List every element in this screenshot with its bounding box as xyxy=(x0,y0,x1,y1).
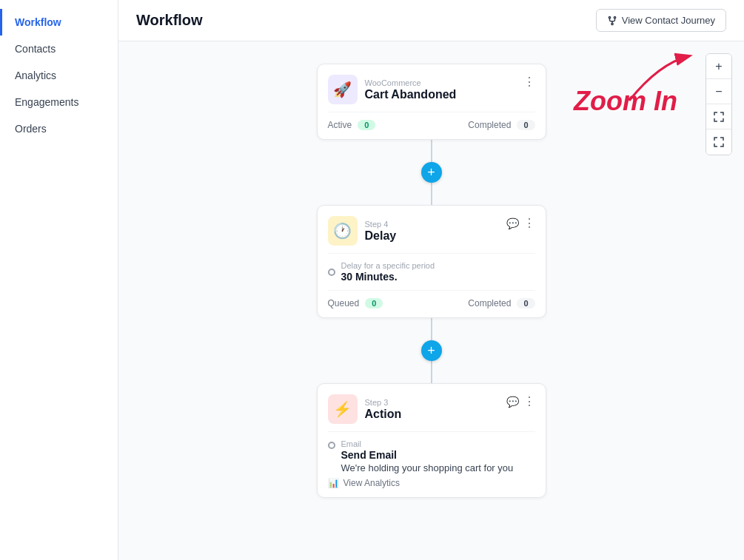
trigger-active-badge: 0 xyxy=(358,120,375,130)
delay-queued-label: Queued xyxy=(328,298,360,308)
zoom-annotation: Zoom In xyxy=(574,86,677,117)
action-step: Step 3 xyxy=(365,398,402,407)
sidebar-item-orders[interactable]: Orders xyxy=(0,115,118,142)
main-content: Workflow View Contact Journey Zoom In xyxy=(118,0,744,560)
delay-menu[interactable]: 💬 ⋮ xyxy=(506,216,535,230)
trigger-subtitle: WooCommerce xyxy=(365,78,457,87)
delay-title: Delay xyxy=(365,229,397,243)
delay-body: Delay for a specific period 30 Minutes. xyxy=(328,253,535,283)
more-icon[interactable]: ⋮ xyxy=(523,75,535,89)
page-title: Workflow xyxy=(136,12,203,29)
analytics-icon: 📊 xyxy=(328,478,339,488)
trigger-completed-badge: 0 xyxy=(517,120,534,130)
trigger-menu[interactable]: ⋮ xyxy=(523,75,535,89)
action-icon-area: ⚡ Step 3 Action xyxy=(328,394,402,424)
sidebar-item-workflow[interactable]: Workflow xyxy=(0,9,118,36)
connector-4 xyxy=(431,361,432,383)
delay-icon-area: 🕐 Step 4 Delay xyxy=(328,216,397,246)
action-icon: ⚡ xyxy=(328,394,358,424)
action-body: Email Send Email We're holding your shop… xyxy=(328,431,535,488)
fit-screen-button-2[interactable] xyxy=(706,129,731,155)
action-title: Action xyxy=(365,408,402,421)
zoom-out-button[interactable]: − xyxy=(706,79,731,104)
view-analytics-link[interactable]: 📊 View Analytics xyxy=(328,478,535,488)
sidebar-item-analytics[interactable]: Analytics xyxy=(0,62,118,89)
action-menu[interactable]: 💬 ⋮ xyxy=(506,394,535,408)
header: Workflow View Contact Journey xyxy=(118,0,744,41)
action-title-area: Step 3 Action xyxy=(365,398,402,421)
fit-screen-button-1[interactable] xyxy=(706,104,731,129)
sidebar-item-contacts[interactable]: Contacts xyxy=(0,36,118,62)
trigger-card-header: 🚀 WooCommerce Cart Abandoned ⋮ xyxy=(328,75,535,104)
delay-dot xyxy=(328,269,335,276)
add-step-button-1[interactable]: + xyxy=(421,162,442,183)
delay-duration: 30 Minutes. xyxy=(341,271,435,283)
comment-icon[interactable]: 💬 xyxy=(506,217,519,229)
action-sub-label: Email xyxy=(341,439,514,448)
delay-footer: Queued 0 Completed 0 xyxy=(328,290,535,308)
trigger-footer: Active 0 Completed 0 xyxy=(328,112,535,130)
trigger-icon: 🚀 xyxy=(328,75,358,104)
connector-1 xyxy=(431,140,432,162)
sidebar-item-engagements[interactable]: Engagements xyxy=(0,89,118,115)
workflow-nodes: 🚀 WooCommerce Cart Abandoned ⋮ Active 0 … xyxy=(306,41,557,520)
delay-step: Step 4 xyxy=(365,220,397,229)
delay-card-header: 🕐 Step 4 Delay 💬 ⋮ xyxy=(328,216,535,246)
delay-icon: 🕐 xyxy=(328,216,358,246)
connector-3 xyxy=(431,318,432,340)
action-card[interactable]: ⚡ Step 3 Action 💬 ⋮ xyxy=(317,383,546,498)
delay-title-area: Step 4 Delay xyxy=(365,220,397,243)
trigger-completed-label: Completed xyxy=(468,120,511,130)
action-dot xyxy=(328,442,335,449)
trigger-title-area: WooCommerce Cart Abandoned xyxy=(365,78,457,101)
fit-icon-1 xyxy=(714,112,724,122)
zoom-controls: + − xyxy=(706,53,732,155)
trigger-active-label: Active xyxy=(328,120,352,130)
fork-icon xyxy=(607,16,617,26)
zoom-in-button[interactable]: + xyxy=(706,54,731,79)
delay-detail-label: Delay for a specific period xyxy=(341,261,435,270)
fit-icon-2 xyxy=(714,137,724,147)
trigger-card[interactable]: 🚀 WooCommerce Cart Abandoned ⋮ Active 0 … xyxy=(317,64,546,140)
view-contact-journey-button[interactable]: View Contact Journey xyxy=(596,9,726,32)
sidebar: Workflow Contacts Analytics Engagements … xyxy=(0,0,118,560)
arrow-annotation xyxy=(614,49,703,108)
workflow-canvas[interactable]: Zoom In 🚀 WooCommerce Cart Ab xyxy=(118,41,744,560)
delay-card[interactable]: 🕐 Step 4 Delay 💬 ⋮ xyxy=(317,205,546,318)
trigger-icon-area: 🚀 WooCommerce Cart Abandoned xyxy=(328,75,457,104)
delay-completed-label: Completed xyxy=(468,298,511,308)
delay-queued-badge: 0 xyxy=(365,298,383,308)
more-icon-delay[interactable]: ⋮ xyxy=(523,216,535,230)
delay-completed-badge: 0 xyxy=(517,298,534,308)
action-sub-title: Send Email xyxy=(341,449,514,461)
comment-icon-action[interactable]: 💬 xyxy=(506,396,519,408)
trigger-title: Cart Abandoned xyxy=(365,88,457,101)
more-icon-action[interactable]: ⋮ xyxy=(523,394,535,408)
connector-2 xyxy=(431,183,432,205)
action-card-header: ⚡ Step 3 Action 💬 ⋮ xyxy=(328,394,535,424)
add-step-button-2[interactable]: + xyxy=(421,340,442,361)
action-sub-detail: We're holding your shopping cart for you xyxy=(341,462,514,473)
